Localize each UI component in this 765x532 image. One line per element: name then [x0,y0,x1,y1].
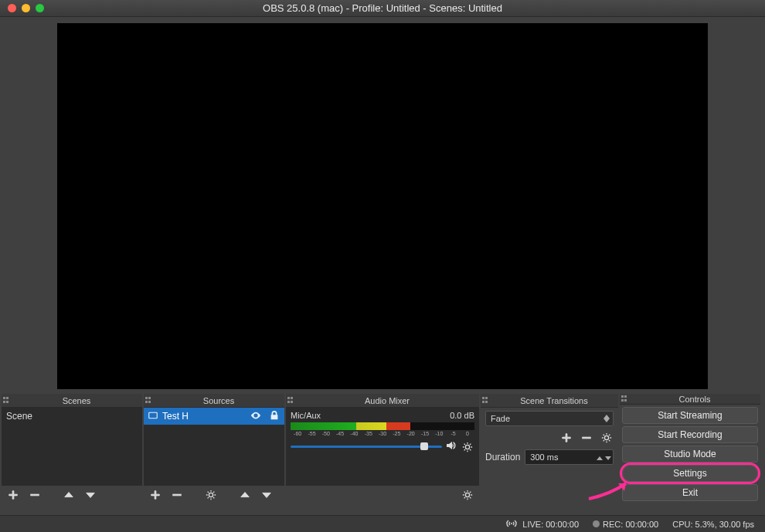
source-name: Test H [162,411,189,422]
start-streaming-button[interactable]: Start Streaming [622,407,758,424]
duration-label: Duration [485,452,520,463]
transition-settings-button[interactable] [600,431,614,445]
dock-grip-icon [287,397,295,405]
studio-mode-button[interactable]: Studio Mode [622,446,758,463]
channel-settings-button[interactable] [461,440,474,454]
source-type-icon [148,411,158,422]
transitions-header[interactable]: Scene Transitions [481,394,618,408]
controls-header[interactable]: Controls [620,394,760,405]
transition-current: Fade [491,414,510,423]
svg-rect-1 [149,412,158,418]
cpu-status: CPU: 5.3%, 30.00 fps [672,520,754,529]
dock-row: Scenes Scene Sources Test H [0,394,765,503]
scenes-dock: Scenes Scene [2,394,142,503]
move-source-down-button[interactable] [260,488,274,502]
audio-meter [291,422,474,430]
lock-icon[interactable] [269,410,280,423]
add-transition-button[interactable] [559,431,573,445]
scene-item[interactable]: Scene [2,408,142,425]
mixer-settings-button[interactable] [461,488,474,502]
speaker-icon[interactable] [445,439,457,454]
svg-point-7 [604,435,608,439]
scenes-toolbar [2,485,142,503]
controls-body: Start Streaming Start Recording Studio M… [620,405,760,503]
settings-button[interactable]: Settings [622,465,758,482]
start-recording-button[interactable]: Start Recording [622,426,758,443]
titlebar: OBS 25.0.8 (mac) - Profile: Untitled - S… [0,0,765,17]
duration-input[interactable]: 300 ms [525,449,614,465]
controls-title: Controls [629,395,760,404]
svg-point-8 [511,523,512,524]
channel-db: 0.0 dB [450,411,474,420]
add-source-button[interactable] [148,488,162,502]
volume-row [291,439,474,454]
transitions-body: Fade Duration 300 ms [481,408,618,503]
live-status: LIVE: 00:00:00 [506,520,579,529]
transition-select[interactable]: Fade [485,411,614,426]
svg-point-3 [209,493,212,496]
dock-grip-icon [145,397,153,405]
mixer-toolbar [286,485,479,503]
svg-rect-6 [583,437,591,439]
dock-grip-icon [482,397,490,405]
move-scene-up-button[interactable] [62,488,76,502]
svg-point-5 [465,493,469,496]
updown-icon [597,452,611,462]
scenes-title: Scenes [11,396,142,405]
audio-mixer-dock: Audio Mixer Mic/Aux 0.0 dB -60-55-50-45-… [286,394,479,503]
svg-point-4 [465,445,469,449]
preview-area [0,17,765,394]
dock-grip-icon [621,395,629,403]
record-dot-icon [593,520,600,527]
move-source-up-button[interactable] [238,488,252,502]
add-scene-button[interactable] [6,488,20,502]
scenes-list[interactable]: Scene [2,408,142,485]
channel-name: Mic/Aux [291,411,321,420]
remove-scene-button[interactable] [28,488,42,502]
program-preview[interactable] [57,23,708,389]
mixer-body: Mic/Aux 0.0 dB -60-55-50-45-40-35-30-25-… [286,408,479,485]
status-bar: LIVE: 00:00:00 REC: 00:00:00 CPU: 5.3%, … [0,515,765,532]
source-item[interactable]: Test H [144,408,284,425]
move-scene-down-button[interactable] [83,488,97,502]
broadcast-icon [506,520,517,527]
window-title: OBS 25.0.8 (mac) - Profile: Untitled - S… [0,2,765,14]
sources-dock: Sources Test H [144,394,284,503]
svg-rect-0 [31,494,39,496]
visibility-icon[interactable] [250,410,261,423]
sources-title: Sources [153,396,284,405]
controls-dock: Controls Start Streaming Start Recording… [620,394,760,503]
mixer-header[interactable]: Audio Mixer [286,394,479,408]
duration-value: 300 ms [530,452,558,462]
sources-toolbar [144,485,284,503]
meter-ticks: -60-55-50-45-40-35-30-25-20-15-10-50 [291,431,474,436]
scenes-header[interactable]: Scenes [2,394,142,408]
transitions-title: Scene Transitions [490,396,618,405]
rec-status: REC: 00:00:00 [593,520,658,529]
dock-grip-icon [3,397,11,405]
exit-button[interactable]: Exit [622,484,758,501]
source-properties-button[interactable] [204,488,218,502]
sources-list[interactable]: Test H [144,408,284,485]
remove-source-button[interactable] [170,488,184,502]
transitions-dock: Scene Transitions Fade Duration 300 ms [481,394,618,503]
updown-icon [604,415,610,422]
volume-slider[interactable] [291,446,442,448]
mixer-channel: Mic/Aux 0.0 dB -60-55-50-45-40-35-30-25-… [286,408,479,456]
mixer-title: Audio Mixer [295,396,479,405]
svg-rect-2 [173,494,182,496]
remove-transition-button[interactable] [580,431,593,445]
sources-header[interactable]: Sources [144,394,284,408]
